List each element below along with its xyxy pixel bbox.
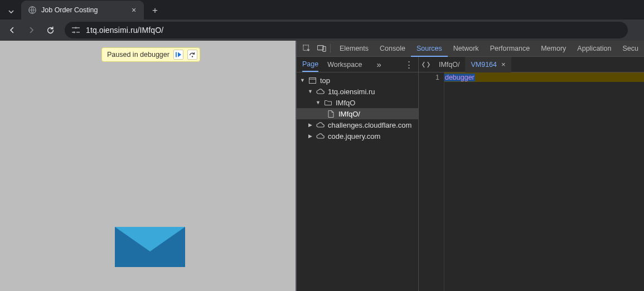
globe-icon <box>28 6 37 14</box>
code-editor: IMfqO/ VM9164 × 1 debugger <box>419 57 644 291</box>
panel-performance[interactable]: Performance <box>485 41 536 57</box>
panel-console[interactable]: Console <box>374 41 411 57</box>
step-over-button[interactable] <box>187 50 197 60</box>
back-button[interactable] <box>4 22 20 38</box>
reload-button[interactable] <box>42 22 58 38</box>
page-viewport: Paused in debugger <box>0 41 297 291</box>
cloud-icon <box>316 88 325 96</box>
svg-point-6 <box>73 31 75 33</box>
device-toolbar-button[interactable] <box>314 41 329 56</box>
svg-rect-5 <box>76 32 80 33</box>
tab-close-button[interactable]: × <box>129 6 138 14</box>
cloud-icon <box>316 132 325 140</box>
window-icon <box>308 76 317 85</box>
devtools-tabbar: Elements Console Sources Network Perform… <box>297 41 644 57</box>
paused-in-debugger-overlay: Paused in debugger <box>101 47 200 62</box>
tree-folder[interactable]: ▼ IMfqO <box>297 97 418 108</box>
svg-rect-7 <box>176 52 177 57</box>
folder-icon <box>324 99 332 107</box>
sources-navigator: Page Workspace » ⋮ ▼ top ▼ 1tq.oiensimi.… <box>297 57 419 291</box>
envelope-icon <box>115 227 185 267</box>
tree-file[interactable]: IMfqO/ <box>297 108 418 119</box>
code-content[interactable]: debugger <box>444 72 644 291</box>
site-settings-icon[interactable] <box>71 26 80 35</box>
tree-origin-main[interactable]: ▼ 1tq.oiensimi.ru <box>297 86 418 97</box>
file-nav-icon[interactable] <box>419 61 433 69</box>
tab-title: Job Order Costing <box>41 6 125 14</box>
close-icon[interactable]: × <box>501 60 506 69</box>
tree-origin-cloudflare[interactable]: ▶ challenges.cloudflare.com <box>297 119 418 130</box>
file-icon <box>327 110 335 118</box>
address-bar[interactable]: 1tq.oiensimi.ru/IMfqO/ <box>65 22 628 38</box>
cloud-icon <box>316 121 325 129</box>
navigator-tab-workspace[interactable]: Workspace <box>327 61 362 69</box>
navigator-menu-icon[interactable]: ⋮ <box>405 60 414 70</box>
svg-point-3 <box>75 27 76 28</box>
code-tab-vm9164[interactable]: VM9164 × <box>465 57 511 72</box>
tab-search-button[interactable] <box>3 4 19 20</box>
svg-point-8 <box>192 56 193 57</box>
forward-button[interactable] <box>23 22 39 38</box>
file-tree: ▼ top ▼ 1tq.oiensimi.ru ▼ IMfqO <box>297 72 418 142</box>
new-tab-button[interactable]: + <box>147 3 163 18</box>
svg-rect-1 <box>72 27 75 28</box>
url-text: 1tq.oiensimi.ru/IMfqO/ <box>86 26 163 35</box>
resume-button[interactable] <box>173 50 183 60</box>
panel-sources[interactable]: Sources <box>411 41 448 57</box>
code-tab-imfqo[interactable]: IMfqO/ <box>433 57 466 72</box>
panel-security[interactable]: Secu <box>617 41 645 57</box>
panel-memory[interactable]: Memory <box>535 41 572 57</box>
svg-rect-2 <box>76 27 80 28</box>
svg-rect-13 <box>309 77 316 83</box>
line-gutter: 1 <box>419 72 444 291</box>
panel-network[interactable]: Network <box>448 41 485 57</box>
inspect-element-button[interactable] <box>300 41 314 56</box>
tree-origin-jquery[interactable]: ▶ code.jquery.com <box>297 130 418 142</box>
panel-elements[interactable]: Elements <box>334 41 374 57</box>
panel-application[interactable]: Application <box>572 41 617 57</box>
tree-top[interactable]: ▼ top <box>297 75 418 86</box>
paused-label: Paused in debugger <box>107 51 170 59</box>
devtools-panel: Elements Console Sources Network Perform… <box>297 41 644 291</box>
browser-tab[interactable]: Job Order Costing × <box>21 1 144 20</box>
navigator-more-icon[interactable]: » <box>376 60 381 69</box>
navigator-tab-page[interactable]: Page <box>302 60 318 72</box>
